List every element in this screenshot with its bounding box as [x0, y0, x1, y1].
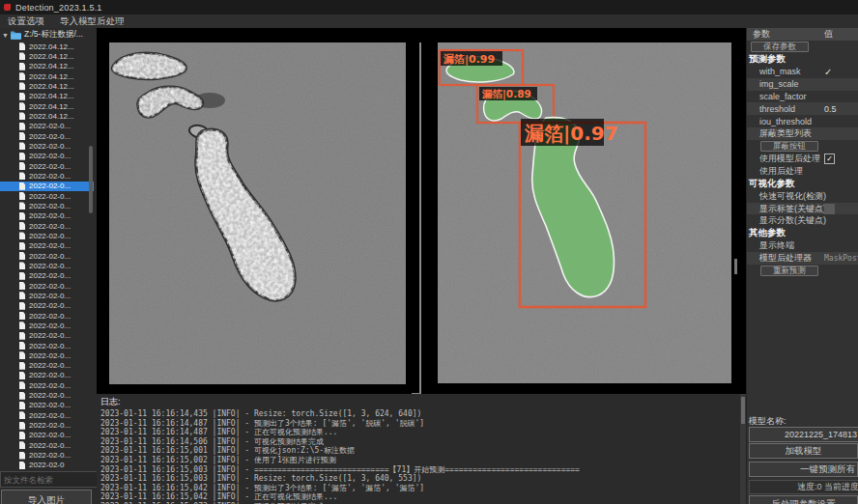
- right-viewer-scrollbar[interactable]: [734, 259, 737, 274]
- file-icon: [19, 132, 25, 140]
- param-row: iou_threshold: [747, 115, 858, 127]
- tree-item[interactable]: 2022-02-0...: [0, 311, 94, 321]
- param-value[interactable]: MaskPostPro: [824, 252, 858, 265]
- tree-item-label: 2022-02-0...: [29, 312, 71, 321]
- tree-item[interactable]: 2022.04.12...: [0, 81, 94, 91]
- param-value[interactable]: 0.5: [824, 102, 837, 115]
- log-line: 2023-01-11 16:16:15,001 |INFO| - 可视化json…: [97, 446, 740, 456]
- tree-item-label: 2022-02-0...: [29, 292, 71, 300]
- tree-item[interactable]: 2022-02-0...: [0, 350, 94, 360]
- folder-icon: [11, 31, 21, 40]
- tree-item[interactable]: 2022-02-0...: [0, 221, 94, 231]
- tree-item[interactable]: 2022.04.12...: [0, 101, 94, 111]
- tree-item[interactable]: 2022-02-0...: [0, 420, 94, 430]
- tree-item[interactable]: 2022-02-0...: [0, 440, 94, 450]
- param-label: iou_threshold: [747, 117, 812, 126]
- tree-item[interactable]: 2022-02-0...: [0, 171, 94, 181]
- tree-item[interactable]: 2022-02-0...: [0, 321, 94, 330]
- tree-item[interactable]: 2022-02-0...: [0, 410, 94, 420]
- tree-item-label: 2022-02-0...: [29, 132, 71, 141]
- tree-item-label: 2022.04.12...: [29, 112, 74, 121]
- tree-item[interactable]: 2022-02-0...: [0, 401, 94, 410]
- tree-item[interactable]: 2022-02-0...: [0, 241, 94, 251]
- tree-item[interactable]: 2022-02-0...: [0, 341, 94, 350]
- tree-item[interactable]: 2022-02-0...: [0, 231, 94, 240]
- tree-item[interactable]: 2022-02-0...: [0, 281, 94, 291]
- param-label: img_scale: [747, 79, 799, 89]
- tree-item[interactable]: 2022-02-0...: [0, 361, 94, 371]
- tree-item[interactable]: 2022-02-0: [0, 461, 94, 470]
- tree-item[interactable]: 2022-02-0...: [0, 131, 94, 141]
- check-icon[interactable]: ✓: [824, 66, 832, 78]
- tree-item[interactable]: 2022.04.12...: [0, 62, 94, 71]
- tree-root-folder[interactable]: ▼ Z:/5-标注数据/...: [0, 28, 94, 42]
- file-icon: [19, 112, 25, 120]
- postprocess-settings-button[interactable]: 后处理参数设置: [749, 495, 858, 504]
- checkbox-empty-icon[interactable]: [824, 204, 835, 214]
- log-scrollbar-handle[interactable]: [741, 397, 745, 424]
- tree-item[interactable]: 2022-02-0...: [0, 152, 94, 161]
- tree-item[interactable]: 2022-02-0...: [0, 161, 94, 171]
- checkbox-checked-icon[interactable]: ✓: [824, 154, 835, 164]
- left-viewer-scrollbar[interactable]: [419, 42, 421, 393]
- load-model-button[interactable]: 加载模型: [749, 443, 858, 459]
- tree-item[interactable]: 2022.04.12...: [0, 111, 94, 121]
- log-line: 2023-01-11 16:16:15,003 |INFO| - =======…: [97, 465, 740, 475]
- tree-item-label: 2022-02-0...: [29, 342, 71, 350]
- tree-item-label: 2022-02-0...: [29, 421, 71, 430]
- file-icon: [19, 142, 25, 150]
- file-icon: [19, 322, 25, 329]
- predict-all-button[interactable]: 一键预测所有: [749, 462, 858, 477]
- tree-item[interactable]: 2022-02-0...: [0, 251, 94, 261]
- menu-item-1[interactable]: 设置选项: [0, 14, 52, 28]
- param-label: scale_factor: [747, 92, 807, 101]
- tree-item[interactable]: 2022-02-0...: [0, 211, 94, 221]
- tree-item[interactable]: 2022-02-0...: [0, 191, 94, 201]
- search-input[interactable]: [0, 471, 100, 488]
- tree-item[interactable]: 2022.04.12...: [0, 42, 94, 51]
- tree-item[interactable]: 2022-02-0...: [0, 450, 94, 460]
- log-title: 日志:: [97, 394, 740, 409]
- menu-item-2[interactable]: 导入模型后处理: [52, 14, 132, 28]
- tree-item-label: 2022-02-0...: [29, 351, 71, 360]
- tree-item[interactable]: 2022.04.12...: [0, 92, 94, 101]
- param-label: 使用模型后处理: [747, 153, 820, 165]
- file-icon: [19, 362, 25, 370]
- import-images-button[interactable]: 导入图片: [1, 490, 92, 504]
- param-button[interactable]: 屏蔽按钮: [760, 141, 818, 152]
- tree-item[interactable]: 2022-02-0...: [0, 331, 94, 341]
- tree-item[interactable]: 2022.04.12...: [0, 51, 94, 61]
- tree-item[interactable]: 2022-02-0...: [0, 431, 94, 440]
- tree-item[interactable]: 2022-02-0...: [0, 201, 94, 210]
- tree-item-label: 2022.04.12...: [29, 102, 74, 111]
- tree-item[interactable]: 2022-02-0...: [0, 182, 94, 191]
- tree-item[interactable]: 2022-02-0...: [0, 261, 94, 270]
- model-name-field[interactable]: 20221225_174813: [749, 427, 858, 442]
- tree-item[interactable]: 2022-02-0...: [0, 390, 94, 400]
- tree-item[interactable]: 2022-02-0...: [0, 141, 94, 151]
- image-viewer-original[interactable]: [109, 42, 406, 384]
- tree-scrollbar[interactable]: [89, 146, 93, 213]
- image-viewer-prediction[interactable]: 漏箔|0.99 漏箔|0.89 漏箔|0.97: [438, 42, 731, 383]
- log-line: 2023-01-11 16:16:15,042 |INFO| - 预测出了3个结…: [97, 484, 740, 493]
- file-icon: [19, 182, 25, 190]
- tree-item[interactable]: 2022-02-0...: [0, 380, 94, 390]
- tree-expand-caret-icon[interactable]: ▼: [2, 32, 9, 39]
- tree-item[interactable]: 2022-02-0...: [0, 122, 94, 131]
- file-icon: [19, 282, 25, 290]
- tree-item[interactable]: 2022-02-0...: [0, 301, 94, 311]
- tree-item[interactable]: 2022-02-0...: [0, 271, 94, 281]
- tree-item[interactable]: 2022-02-0...: [0, 291, 94, 300]
- tree-item[interactable]: 2022-02-0...: [0, 371, 94, 380]
- tree-item-label: 2022.04.12...: [29, 72, 74, 81]
- param-button[interactable]: 重新预测: [760, 266, 818, 276]
- tree-item-label: 2022-02-0...: [29, 322, 71, 330]
- param-value[interactable]: [824, 203, 835, 215]
- params-button-row: 保存参数: [747, 41, 858, 53]
- log-line: 2023-01-11 16:16:15,003 |INFO| - Resize:…: [97, 474, 740, 484]
- log-line: 2023-01-11 16:16:15,002 |INFO| - 使用了1张图片…: [97, 456, 740, 465]
- param-button[interactable]: 保存参数: [751, 42, 809, 52]
- tree-item[interactable]: 2022.04.12...: [0, 71, 94, 81]
- param-row: 使用模型后处理✓: [747, 153, 858, 165]
- param-value[interactable]: ✓: [824, 153, 835, 165]
